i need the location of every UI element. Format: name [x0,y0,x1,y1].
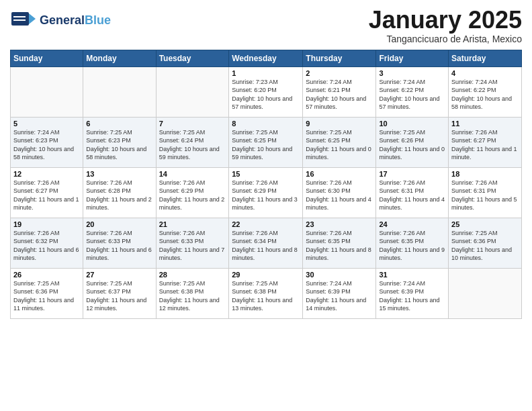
logo-general: General [40,13,85,27]
day-number: 7 [159,120,226,128]
calendar-cell: 4Sunrise: 7:24 AMSunset: 6:22 PMDaylight… [449,66,522,117]
day-number: 28 [159,271,226,279]
day-number: 31 [379,271,445,279]
calendar-cell: 31Sunrise: 7:24 AMSunset: 6:39 PMDayligh… [376,268,449,318]
month-title: January 2025 [369,7,522,34]
day-info: Sunrise: 7:26 AMSunset: 6:35 PMDaylight:… [306,229,373,263]
day-info: Sunrise: 7:24 AMSunset: 6:23 PMDaylight:… [13,128,80,162]
col-wednesday: Wednesday [229,50,303,66]
calendar-cell: 23Sunrise: 7:26 AMSunset: 6:35 PMDayligh… [303,218,376,268]
calendar-cell: 14Sunrise: 7:26 AMSunset: 6:29 PMDayligh… [156,167,229,218]
day-info: Sunrise: 7:25 AMSunset: 6:37 PMDaylight:… [86,279,152,313]
calendar-cell: 20Sunrise: 7:26 AMSunset: 6:33 PMDayligh… [83,218,156,268]
calendar-cell: 30Sunrise: 7:24 AMSunset: 6:39 PMDayligh… [303,268,376,318]
day-number: 12 [13,170,80,178]
col-monday: Monday [83,50,156,66]
day-info: Sunrise: 7:25 AMSunset: 6:36 PMDaylight:… [13,279,80,313]
calendar-cell: 18Sunrise: 7:26 AMSunset: 6:31 PMDayligh… [449,167,522,218]
day-info: Sunrise: 7:25 AMSunset: 6:25 PMDaylight:… [232,128,300,162]
col-sunday: Sunday [11,50,83,66]
calendar-cell: 28Sunrise: 7:25 AMSunset: 6:38 PMDayligh… [156,268,229,318]
day-number: 30 [306,271,373,279]
day-info: Sunrise: 7:26 AMSunset: 6:28 PMDaylight:… [86,179,152,212]
day-info: Sunrise: 7:26 AMSunset: 6:33 PMDaylight:… [86,229,152,263]
calendar-week-row: 1Sunrise: 7:23 AMSunset: 6:20 PMDaylight… [11,66,522,117]
day-info: Sunrise: 7:26 AMSunset: 6:30 PMDaylight:… [306,179,373,212]
day-number: 16 [306,170,373,178]
calendar-cell [449,268,522,318]
day-number: 22 [232,220,300,228]
day-number: 8 [232,120,300,128]
calendar-cell: 10Sunrise: 7:25 AMSunset: 6:26 PMDayligh… [376,117,449,167]
calendar-week-row: 5Sunrise: 7:24 AMSunset: 6:23 PMDaylight… [11,117,522,167]
day-number: 17 [379,170,445,178]
calendar-cell: 7Sunrise: 7:25 AMSunset: 6:24 PMDaylight… [156,117,229,167]
day-info: Sunrise: 7:26 AMSunset: 6:29 PMDaylight:… [232,179,300,212]
calendar-cell: 5Sunrise: 7:24 AMSunset: 6:23 PMDaylight… [11,117,83,167]
calendar-cell: 16Sunrise: 7:26 AMSunset: 6:30 PMDayligh… [303,167,376,218]
day-number: 25 [451,220,519,228]
day-info: Sunrise: 7:24 AMSunset: 6:22 PMDaylight:… [451,78,519,111]
calendar-cell: 25Sunrise: 7:25 AMSunset: 6:36 PMDayligh… [449,218,522,268]
svg-rect-0 [11,12,29,26]
day-info: Sunrise: 7:26 AMSunset: 6:32 PMDaylight:… [13,229,80,263]
page-header: GeneralBlue January 2025 Tangancicuaro d… [10,7,522,44]
day-info: Sunrise: 7:26 AMSunset: 6:35 PMDaylight:… [379,229,445,263]
calendar-cell: 8Sunrise: 7:25 AMSunset: 6:25 PMDaylight… [229,117,303,167]
day-info: Sunrise: 7:26 AMSunset: 6:31 PMDaylight:… [451,179,519,212]
day-info: Sunrise: 7:25 AMSunset: 6:38 PMDaylight:… [159,279,226,313]
day-number: 21 [159,220,226,228]
day-number: 6 [86,120,152,128]
day-number: 14 [159,170,226,178]
calendar-cell: 3Sunrise: 7:24 AMSunset: 6:22 PMDaylight… [376,66,449,117]
day-info: Sunrise: 7:25 AMSunset: 6:38 PMDaylight:… [232,279,300,313]
day-info: Sunrise: 7:25 AMSunset: 6:26 PMDaylight:… [379,128,445,162]
day-info: Sunrise: 7:26 AMSunset: 6:27 PMDaylight:… [13,179,80,212]
calendar-cell: 22Sunrise: 7:26 AMSunset: 6:34 PMDayligh… [229,218,303,268]
day-info: Sunrise: 7:26 AMSunset: 6:34 PMDaylight:… [232,229,300,263]
day-info: Sunrise: 7:25 AMSunset: 6:25 PMDaylight:… [306,128,373,162]
day-number: 10 [379,120,445,128]
calendar-cell [11,66,83,117]
day-info: Sunrise: 7:24 AMSunset: 6:22 PMDaylight:… [379,78,445,111]
svg-marker-1 [29,13,36,24]
day-info: Sunrise: 7:25 AMSunset: 6:23 PMDaylight:… [86,128,152,162]
day-number: 11 [451,120,519,128]
calendar-cell: 27Sunrise: 7:25 AMSunset: 6:37 PMDayligh… [83,268,156,318]
calendar-cell: 11Sunrise: 7:26 AMSunset: 6:27 PMDayligh… [449,117,522,167]
calendar-cell: 26Sunrise: 7:25 AMSunset: 6:36 PMDayligh… [11,268,83,318]
day-number: 29 [232,271,300,279]
calendar-cell: 17Sunrise: 7:26 AMSunset: 6:31 PMDayligh… [376,167,449,218]
day-info: Sunrise: 7:26 AMSunset: 6:33 PMDaylight:… [159,229,226,263]
day-number: 23 [306,220,373,228]
day-info: Sunrise: 7:25 AMSunset: 6:24 PMDaylight:… [159,128,226,162]
calendar-cell: 2Sunrise: 7:24 AMSunset: 6:21 PMDaylight… [303,66,376,117]
day-info: Sunrise: 7:26 AMSunset: 6:29 PMDaylight:… [159,179,226,212]
day-number: 5 [13,120,80,128]
calendar-cell: 6Sunrise: 7:25 AMSunset: 6:23 PMDaylight… [83,117,156,167]
day-number: 9 [306,120,373,128]
calendar-cell: 15Sunrise: 7:26 AMSunset: 6:29 PMDayligh… [229,167,303,218]
day-number: 4 [451,69,519,77]
day-number: 13 [86,170,152,178]
day-number: 24 [379,220,445,228]
calendar-cell: 9Sunrise: 7:25 AMSunset: 6:25 PMDaylight… [303,117,376,167]
col-friday: Friday [376,50,449,66]
calendar-cell: 29Sunrise: 7:25 AMSunset: 6:38 PMDayligh… [229,268,303,318]
calendar-table: Sunday Monday Tuesday Wednesday Thursday… [10,50,522,319]
calendar-header-row: Sunday Monday Tuesday Wednesday Thursday… [11,50,522,66]
logo-icon [10,7,37,34]
calendar-cell: 21Sunrise: 7:26 AMSunset: 6:33 PMDayligh… [156,218,229,268]
calendar-week-row: 19Sunrise: 7:26 AMSunset: 6:32 PMDayligh… [11,218,522,268]
day-number: 1 [232,69,300,77]
logo-text-block: GeneralBlue [40,14,111,26]
calendar-cell: 13Sunrise: 7:26 AMSunset: 6:28 PMDayligh… [83,167,156,218]
day-number: 19 [13,220,80,228]
day-number: 3 [379,69,445,77]
day-info: Sunrise: 7:26 AMSunset: 6:31 PMDaylight:… [379,179,445,212]
location-title: Tangancicuaro de Arista, Mexico [369,34,522,44]
calendar-cell: 12Sunrise: 7:26 AMSunset: 6:27 PMDayligh… [11,167,83,218]
day-info: Sunrise: 7:24 AMSunset: 6:21 PMDaylight:… [306,78,373,111]
calendar-week-row: 26Sunrise: 7:25 AMSunset: 6:36 PMDayligh… [11,268,522,318]
svg-rect-2 [13,16,26,17]
